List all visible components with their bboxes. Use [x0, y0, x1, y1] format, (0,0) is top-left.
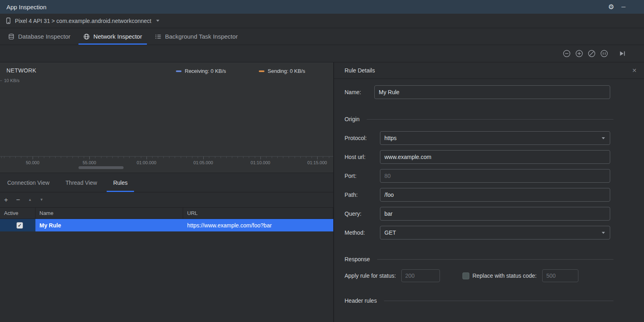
rule-details-body: Name: Origin Protocol: https Host url: P… [334, 79, 644, 322]
response-section-header: Response [345, 256, 613, 262]
y-axis-tick [0, 80, 2, 81]
section-title: Origin [345, 116, 359, 122]
chevron-down-icon [602, 137, 605, 139]
path-field[interactable] [380, 188, 610, 202]
rule-active-checkbox[interactable]: ✓ [17, 222, 23, 229]
protocol-label: Protocol: [345, 135, 380, 141]
replace-status-field[interactable] [542, 269, 578, 282]
tab-label: Thread View [66, 180, 97, 186]
name-field[interactable] [374, 85, 610, 99]
tab-connection-view[interactable]: Connection View [6, 173, 50, 192]
host-url-field[interactable] [380, 150, 610, 164]
network-timeline-chart[interactable]: NETWORK 10 KB/s Receiving: 0 KB/s Sendin… [0, 62, 333, 173]
rules-table-empty-area [0, 231, 333, 322]
section-title: Header rules [345, 297, 377, 304]
port-field-row: Port: [345, 169, 610, 183]
network-panel: NETWORK 10 KB/s Receiving: 0 KB/s Sendin… [0, 62, 334, 322]
axis-tick [33, 157, 33, 159]
axis-tick-label: 55.000 [83, 160, 96, 165]
tab-label: Background Task Inspector [165, 33, 238, 40]
axis-tick [147, 157, 147, 159]
tab-database-inspector[interactable]: Database Inspector [2, 28, 77, 45]
sending-swatch-icon [259, 70, 264, 72]
header-rules-divider [384, 301, 613, 301]
axis-tick [317, 157, 318, 159]
zoom-out-icon[interactable] [563, 50, 571, 58]
rule-url-cell: https://www.example.com/foo?bar [183, 219, 333, 231]
path-field-row: Path: [345, 188, 610, 202]
y-axis-label: 10 KB/s [4, 78, 20, 83]
query-field-row: Query: [345, 207, 610, 221]
tab-label: Database Inspector [18, 33, 70, 40]
tab-network-inspector[interactable]: Network Inspector [77, 28, 149, 45]
legend-sending-label: Sending: 0 KB/s [268, 68, 305, 74]
tab-thread-view[interactable]: Thread View [65, 173, 98, 192]
profiler-toolbar [0, 45, 644, 62]
chevron-down-icon [156, 20, 159, 22]
rule-details-panel: Rule Details ✕ Name: Origin Protocol: ht… [334, 62, 644, 322]
device-process-selector[interactable]: Pixel 4 API 31 > com.example.android.net… [15, 18, 151, 24]
tab-rules[interactable]: Rules [112, 173, 128, 192]
axis-tick-label: 01:00.000 [137, 160, 157, 165]
rules-toolbar: + − ▲ ▼ [0, 192, 333, 208]
move-up-button[interactable]: ▲ [28, 198, 32, 202]
window-title: App Inspection [6, 4, 46, 10]
rules-table-header: Active Name URL [0, 208, 333, 219]
remove-rule-button[interactable]: − [16, 196, 20, 203]
apply-status-field[interactable] [401, 269, 440, 282]
port-field[interactable] [380, 169, 610, 183]
axis-tick-label: 01:15.000 [308, 160, 327, 165]
axis-tick-label: 01:10.000 [251, 160, 270, 165]
rule-active-cell: ✓ [0, 219, 35, 231]
name-label: Name: [345, 89, 374, 95]
settings-gear-icon[interactable]: ⚙ [608, 4, 614, 10]
name-field-row: Name: [345, 85, 610, 99]
move-down-button[interactable]: ▼ [40, 198, 43, 202]
globe-icon [83, 33, 90, 40]
protocol-dropdown[interactable]: https [380, 131, 610, 145]
column-header-url[interactable]: URL [183, 208, 333, 219]
minimize-icon[interactable]: ─ [621, 4, 625, 10]
panel-title: Rule Details [345, 67, 375, 74]
method-dropdown[interactable]: GET [380, 226, 610, 239]
column-header-name[interactable]: Name [35, 208, 183, 219]
app-inspection-titlebar: App Inspection ⚙ ─ [0, 0, 644, 14]
tab-background-task-inspector[interactable]: Background Task Inspector [149, 28, 244, 45]
view-tabbar: Connection View Thread View Rules [0, 173, 333, 192]
time-axis-minor-ticks [0, 157, 333, 158]
reset-zoom-icon[interactable] [588, 50, 596, 58]
host-label: Host url: [345, 154, 380, 160]
query-field[interactable] [380, 207, 610, 221]
origin-section-header: Origin [345, 116, 613, 122]
rule-name-cell: My Rule [35, 219, 183, 231]
zoom-to-selection-icon[interactable] [600, 50, 608, 58]
column-header-active[interactable]: Active [0, 208, 35, 219]
method-field-row: Method: GET [345, 226, 610, 239]
host-field-row: Host url: [345, 150, 610, 164]
port-label: Port: [345, 173, 380, 179]
origin-divider [367, 119, 613, 120]
axis-tick-label: 01:05.000 [194, 160, 213, 165]
zoom-in-icon[interactable] [575, 50, 583, 58]
method-label: Method: [345, 229, 380, 236]
tab-label: Network Inspector [93, 33, 142, 40]
jump-to-live-icon[interactable] [618, 50, 626, 58]
table-row-selected[interactable]: ✓ My Rule https://www.example.com/foo?ba… [0, 219, 333, 231]
close-icon[interactable]: ✕ [632, 68, 637, 73]
axis-tick-label: 50.000 [26, 160, 39, 165]
path-label: Path: [345, 192, 380, 198]
tab-label: Connection View [7, 180, 50, 186]
protocol-value: https [384, 135, 396, 141]
axis-tick [203, 157, 204, 159]
inspector-tabbar: Database Inspector Network Inspector Bac… [0, 28, 644, 45]
header-rules-section-header: Header rules [345, 297, 613, 304]
device-phone-icon [5, 17, 12, 24]
method-value: GET [384, 229, 396, 236]
section-title: Response [345, 256, 370, 262]
timeline-scrollbar[interactable] [78, 166, 124, 169]
protocol-field-row: Protocol: https [345, 131, 610, 145]
replace-status-checkbox[interactable] [462, 272, 469, 279]
add-rule-button[interactable]: + [4, 196, 8, 203]
device-process-bar[interactable]: Pixel 4 API 31 > com.example.android.net… [0, 14, 644, 28]
tab-label: Rules [113, 180, 128, 186]
